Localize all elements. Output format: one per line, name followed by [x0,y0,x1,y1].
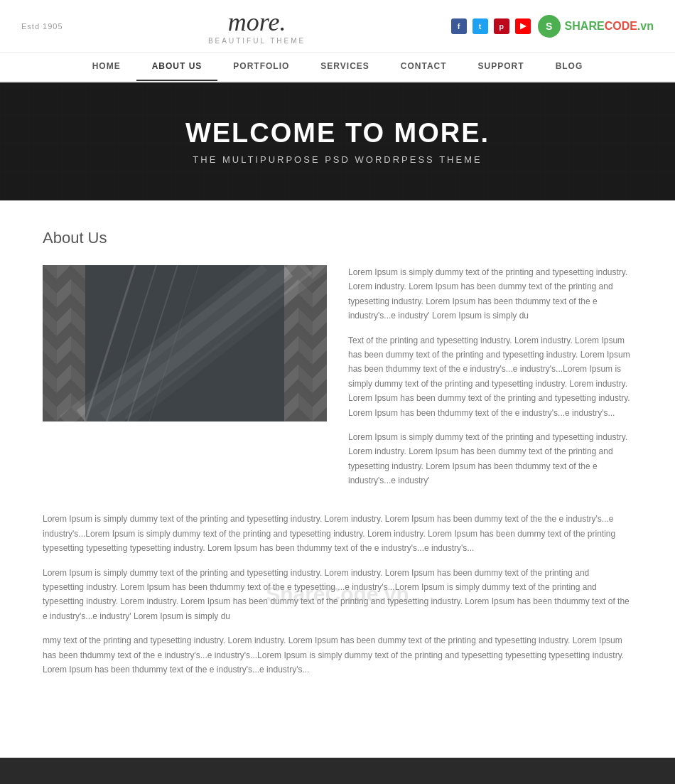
nav-list: HOME ABOUT US PORTFOLIO SERVICES CONTACT… [0,53,675,81]
nav-link-blog[interactable]: BLOG [540,53,599,80]
about-title: About Us [43,229,632,247]
main-content: About Us [0,200,675,715]
sharecode-main: SHARE [565,20,605,32]
footer: more. Lorem Ipsum is simply dummy text o… [0,758,675,784]
youtube-icon[interactable]: ▶ [515,18,531,34]
hero-subtitle: THE MULTIPURPOSE PSD WORDRPESS THEME [185,154,490,165]
pinterest-icon[interactable]: p [494,18,509,34]
full-para-2: Lorem Ipsum is simply dummy text of the … [43,566,632,624]
nav-link-portfolio[interactable]: PORTFOLIO [217,53,305,80]
full-para-3: mmy text of the printing and typesetting… [43,633,632,677]
sharecode-tld: .vn [637,20,654,32]
about-text: Lorem Ipsum is simply dummy text of the … [348,265,632,498]
hero-section: WELCOME TO MORE. THE MULTIPURPOSE PSD WO… [0,82,675,200]
nav-item-contact[interactable]: CONTACT [385,53,463,81]
full-para-1: Lorem Ipsum is simply dummy text of the … [43,512,632,555]
nav-item-support[interactable]: SUPPORT [463,53,540,81]
hero-title: WELCOME TO MORE. [185,118,490,149]
about-para-1: Lorem Ipsum is simply dummy text of the … [348,265,632,323]
about-para-3: Lorem Ipsum is simply dummy text of the … [348,430,632,488]
about-para-2: Text of the printing and typesetting ind… [348,333,632,420]
sharecode-code: CODE [605,20,637,32]
estd-label: Estd 1905 [21,22,63,31]
nav-link-home[interactable]: HOME [77,53,136,80]
nav-item-about[interactable]: ABOUT US [136,53,218,81]
footer-main: more. Lorem Ipsum is simply dummy text o… [0,758,675,784]
main-nav: HOME ABOUT US PORTFOLIO SERVICES CONTACT… [0,53,675,82]
about-grid: Lorem Ipsum is simply dummy text of the … [43,265,632,498]
nav-item-services[interactable]: SERVICES [305,53,384,81]
nav-link-contact[interactable]: CONTACT [385,53,463,80]
header-right: f t p ▶ S SHARECODE.vn [451,15,654,38]
hero-content: WELCOME TO MORE. THE MULTIPURPOSE PSD WO… [185,118,490,165]
about-full-text: ShareCode.vn Lorem Ipsum is simply dummy… [43,512,632,677]
nav-item-blog[interactable]: BLOG [540,53,599,81]
facebook-icon[interactable]: f [451,18,467,34]
nav-item-home[interactable]: HOME [77,53,136,81]
about-image [43,265,327,421]
sharecode-text: SHARECODE.vn [565,20,654,33]
sharecode-icon: S [538,15,561,38]
building-svg [43,265,327,421]
twitter-icon[interactable]: t [472,18,488,34]
nav-link-services[interactable]: SERVICES [305,53,384,80]
logo: more. Beautiful Theme [208,7,306,45]
logo-subtitle: Beautiful Theme [208,37,306,45]
sharecode-logo: S SHARECODE.vn [538,15,654,38]
about-image-container [43,265,327,498]
social-icons: f t p ▶ [451,18,531,34]
logo-text: more. [208,7,306,37]
nav-item-portfolio[interactable]: PORTFOLIO [217,53,305,81]
svg-rect-5 [85,265,284,421]
nav-link-support[interactable]: SUPPORT [463,53,540,80]
top-header: Estd 1905 more. Beautiful Theme f t p ▶ … [0,0,675,53]
nav-link-about[interactable]: ABOUT US [136,53,218,81]
